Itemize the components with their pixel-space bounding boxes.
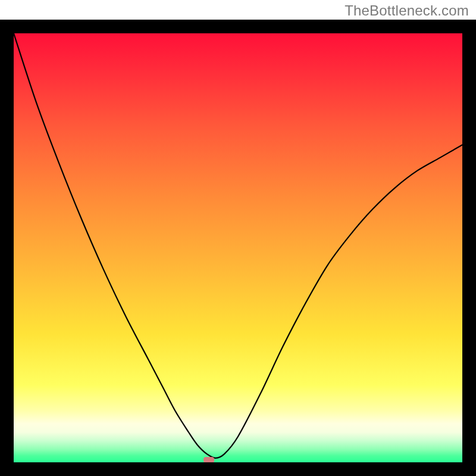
chart-frame bbox=[0, 20, 476, 476]
plot-area bbox=[14, 33, 462, 462]
watermark-text: TheBottleneck.com bbox=[345, 2, 469, 19]
minimum-marker bbox=[203, 457, 214, 462]
curve-path bbox=[14, 33, 462, 458]
bottleneck-curve bbox=[14, 33, 462, 462]
